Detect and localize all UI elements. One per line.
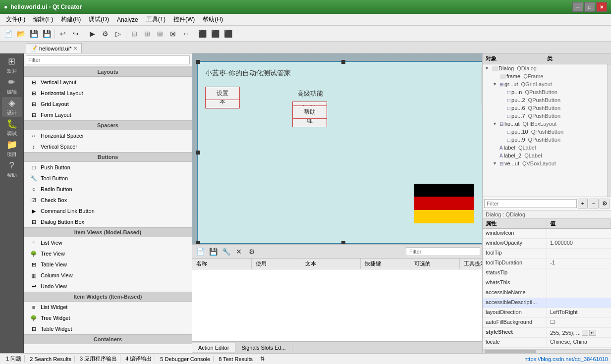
menu-file[interactable]: 文件(F) [2, 14, 29, 25]
widget-dialog-button-box[interactable]: ⊞ Dialog Button Box [24, 216, 192, 227]
status-debugger-console[interactable]: 5 Debugger Console [157, 356, 214, 362]
redo-btn[interactable]: ↪ [70, 28, 82, 40]
align-right-btn[interactable]: ⬛ [222, 28, 234, 40]
menu-analyze[interactable]: Analyze [113, 15, 142, 24]
tree-label-2[interactable]: A label_2 QLabel [483, 152, 606, 159]
status-compile-output[interactable]: 4 编译输出 [122, 355, 155, 363]
tab-signals-slots[interactable]: Signals Slots Ed... [235, 343, 292, 352]
action-config-btn[interactable]: ⚙ [246, 246, 258, 258]
canvas-frame[interactable]: 小蓝枣-你的自动化测试管家 后台运行 退出 录制脚本 回放脚本 管理脚本 设置 … [197, 61, 482, 244]
menu-help[interactable]: 帮助(H) [199, 14, 227, 25]
widget-form-layout[interactable]: ⊟ Form Layout [24, 109, 192, 120]
widget-filter-input[interactable] [26, 55, 190, 64]
action-edit-btn[interactable]: 🔧 [220, 246, 232, 258]
sidebar-projects[interactable]: 📁 项目 [2, 139, 22, 158]
prop-accessible-name[interactable]: accessibleName [483, 288, 611, 298]
widget-tree-view[interactable]: 🌳 Tree View [24, 248, 192, 259]
tree-pu-6[interactable]: □ pu...6 QPushButton [483, 104, 606, 112]
run-btn[interactable]: ▷ [112, 28, 124, 40]
build-btn[interactable]: ▶ [86, 28, 98, 40]
menu-tools[interactable]: 工具(T) [142, 14, 169, 25]
widget-undo-view[interactable]: ↩ Undo View [24, 281, 192, 292]
sidebar-help[interactable]: ? 帮助 [2, 159, 22, 179]
tree-hboxlayout[interactable]: ▼ ⊟ ho...ut QHBoxLayout [483, 120, 606, 128]
tree-pu-n[interactable]: □ p...n QPushButton [483, 88, 606, 96]
widget-tool-button[interactable]: 🔧 Tool Button [24, 173, 192, 184]
action-new-btn[interactable]: 📄 [194, 246, 206, 258]
break-layout-btn[interactable]: ⊠ [167, 28, 179, 40]
widget-column-view[interactable]: ▥ Column View [24, 270, 192, 281]
layout-grid-btn[interactable]: ⊞ [154, 28, 166, 40]
status-arrows[interactable]: ⇅ [258, 356, 267, 362]
props-add-btn[interactable]: + [578, 199, 588, 208]
widget-list-widget[interactable]: ≡ List Widget [24, 302, 192, 312]
tree-pu-7[interactable]: □ pu...7 QPushButton [483, 112, 606, 120]
status-test-results[interactable]: 8 Test Results [216, 356, 256, 362]
tree-dialog[interactable]: ▼ ⬜ Dialog QDialog [483, 64, 606, 72]
sidebar-edit[interactable]: ✏ 编辑 [2, 76, 22, 96]
sidebar-design[interactable]: ◈ 设计 [2, 97, 22, 117]
props-remove-btn[interactable]: − [589, 199, 599, 208]
sidebar-debug[interactable]: 🐛 调试 [2, 118, 22, 138]
widget-radio-button[interactable]: ○ Radio Button [24, 184, 192, 195]
debug-btn[interactable]: ⚙ [99, 28, 111, 40]
action-remove-btn[interactable]: ✕ [233, 246, 245, 258]
prop-window-opacity[interactable]: windowOpacity 1.000000 [483, 239, 611, 249]
undo-btn[interactable]: ↩ [57, 28, 69, 40]
widget-list-view[interactable]: ≡ List View [24, 237, 192, 248]
prop-tooltip[interactable]: toolTip [483, 249, 611, 259]
tree-frame[interactable]: ⬜ frame QFrame [483, 72, 606, 80]
widget-vertical-layout[interactable]: ⊟ Vertical Layout [24, 77, 192, 88]
menu-debug[interactable]: 调试(D) [85, 14, 113, 25]
adjust-size-btn[interactable]: ↔ [180, 28, 192, 40]
menu-build[interactable]: 构建(B) [57, 14, 85, 25]
stylesheet-clear-btn[interactable]: ↩ [589, 330, 596, 336]
action-delete-btn[interactable]: 💾 [207, 246, 219, 258]
widget-horizontal-spacer[interactable]: ↔ Horizontal Spacer [24, 130, 192, 141]
widget-check-box[interactable]: ☑ Check Box [24, 195, 192, 206]
prop-locale[interactable]: locale Chinese, China [483, 338, 611, 348]
align-left-btn[interactable]: ⬛ [196, 28, 208, 40]
props-config-btn[interactable]: ⚙ [600, 199, 610, 208]
close-button[interactable]: ✕ [596, 2, 607, 12]
tree-label[interactable]: A label QLabel [483, 144, 606, 152]
maximize-button[interactable]: □ [584, 2, 595, 12]
widget-table-widget[interactable]: ⊞ Table Widget [24, 323, 192, 334]
menu-edit[interactable]: 编辑(E) [29, 14, 57, 25]
layout-h-btn[interactable]: ⊟ [128, 28, 140, 40]
prop-layout-direction[interactable]: layoutDirection LeftToRight [483, 308, 611, 318]
tree-pu-2[interactable]: □ pu...2 QPushButton [483, 96, 606, 104]
prop-whats-this[interactable]: whatsThis [483, 278, 611, 288]
status-app-output[interactable]: 3 应用程序输出 [77, 355, 120, 363]
tree-pu-9[interactable]: □ pu...9 QPushButton [483, 136, 606, 144]
align-center-btn[interactable]: ⬛ [209, 28, 221, 40]
status-url[interactable]: https://blog.csdn.net/qq_38461010 [524, 356, 608, 362]
help-canvas-btn[interactable]: 帮助 [292, 105, 327, 119]
prop-tooltip-duration[interactable]: toolTipDuration -1 [483, 259, 611, 268]
settings-btn[interactable]: 设置 [205, 87, 240, 100]
menu-controls[interactable]: 控件(W) [169, 14, 199, 25]
layout-v-btn[interactable]: ⊞ [141, 28, 153, 40]
widget-horizontal-layout[interactable]: ⊞ Horizontal Layout [24, 88, 192, 99]
object-tree-scrollbar[interactable] [607, 64, 611, 197]
status-search-results[interactable]: 2 Search Results [27, 356, 75, 362]
action-filter-input[interactable] [406, 247, 480, 256]
tree-pu-10[interactable]: □ pu...10 QPushButton [483, 128, 606, 136]
stylesheet-edit-btn[interactable]: ... [582, 330, 589, 336]
save-all-btn[interactable]: 💾 [41, 28, 53, 40]
prop-autofill[interactable]: autoFillBackground ☐ [483, 318, 611, 328]
sidebar-welcome[interactable]: ⊞ 欢迎 [2, 55, 22, 75]
widget-grid-layout[interactable]: ⊞ Grid Layout [24, 99, 192, 109]
prop-window-icon[interactable]: windowIcon [483, 229, 611, 239]
status-problems[interactable]: 1 问题 [3, 355, 25, 363]
widget-table-view[interactable]: ⊞ Table View [24, 259, 192, 270]
save-btn[interactable]: 💾 [28, 28, 40, 40]
props-horizontal-scrollbar[interactable] [483, 349, 611, 353]
widget-vertical-spacer[interactable]: ↕ Vertical Spacer [24, 141, 192, 152]
tab-helloworld[interactable]: 📝 helloworld.ui* ✕ [26, 43, 82, 53]
tab-action-editor[interactable]: Action Editor [192, 343, 235, 352]
tab-close-icon[interactable]: ✕ [73, 46, 77, 51]
quit-btn[interactable]: 退出 [482, 67, 482, 89]
widget-command-link-button[interactable]: ▶ Command Link Button [24, 206, 192, 216]
tree-gridlayout[interactable]: ▼ ⊞ gr...ut QGridLayout [483, 80, 606, 88]
